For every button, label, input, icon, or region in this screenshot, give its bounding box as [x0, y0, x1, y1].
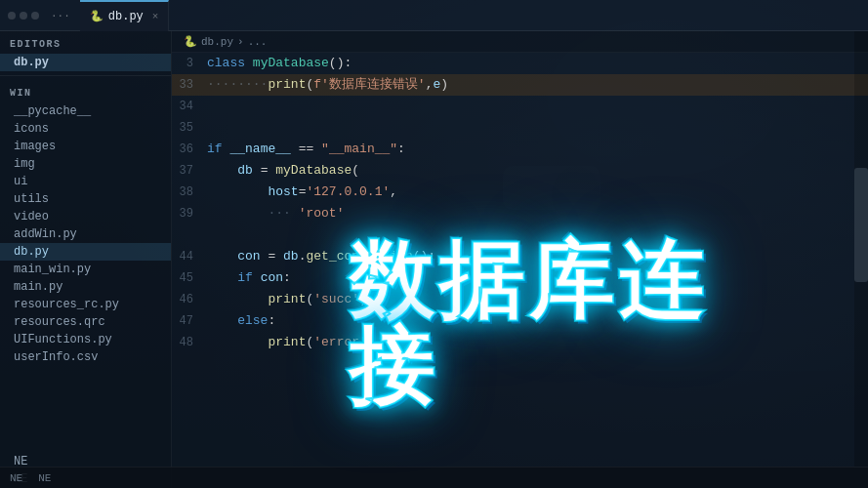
line-num-44: 44 — [172, 246, 207, 267]
line-content-37: db = myDatabase( — [207, 160, 868, 182]
line-num-47: 47 — [172, 310, 207, 332]
sidebar-item-main[interactable]: main.py — [0, 278, 171, 296]
sidebar-item-mainwin[interactable]: main_win.py — [0, 261, 171, 278]
line-content-44: con = db.get_connection(); — [207, 246, 868, 267]
main-area: EDITORS db.py WIN __pycache__ icons imag… — [0, 31, 868, 488]
line-content-45: if con: — [207, 267, 868, 289]
code-area: 3 class myDatabase(): 33 ········print(f… — [172, 53, 868, 353]
code-line-36: 36 if __name__ == "__main__": — [172, 139, 868, 160]
sidebar-item-uifunctions-label: UIFunctions.py — [14, 333, 112, 346]
breadcrumb: 🐍 db.py › ... — [172, 31, 868, 53]
ide-container: ··· 🐍 db.py × EDITORS db.py WIN __pycach… — [0, 0, 868, 488]
line-num-38: 38 — [172, 182, 207, 203]
sidebar-item-resources-qrc[interactable]: resources.qrc — [0, 313, 171, 331]
line-num-46: 46 — [172, 289, 207, 310]
sidebar-item-ui-label: ui — [14, 175, 27, 188]
sidebar-item-uifunctions[interactable]: UIFunctions.py — [0, 331, 171, 348]
sidebar-item-db-py-editor[interactable]: db.py — [0, 54, 171, 71]
line-content-36: if __name__ == "__main__": — [207, 139, 868, 160]
tab-label: db.py — [108, 10, 144, 23]
code-line-46: 46 print('succ') — [172, 289, 868, 310]
code-line-37: 37 db = myDatabase( — [172, 160, 868, 182]
scroll-thumb — [854, 168, 868, 282]
status-item-1: NE — [10, 472, 22, 484]
tab-bar-dots — [8, 12, 39, 20]
status-item-2: NE — [38, 472, 51, 484]
line-num-34: 34 — [172, 96, 207, 117]
line-content-3: class myDatabase(): — [207, 53, 868, 74]
line-num-37: 37 — [172, 160, 207, 182]
line-num-36: 36 — [172, 139, 207, 160]
line-content-35 — [207, 117, 868, 139]
status-bar: NE NE — [0, 467, 868, 488]
code-line-45: 45 if con: — [172, 267, 868, 289]
sidebar-item-utils-label: utils — [14, 192, 49, 206]
line-content-47: else: — [207, 310, 868, 332]
code-line-3: 3 class myDatabase(): — [172, 53, 868, 74]
sidebar-item-pycache-label: __pycache__ — [14, 104, 91, 118]
sidebar-item-video-label: video — [14, 210, 49, 224]
sidebar-item-userinfo-label: userInfo.csv — [14, 350, 98, 364]
sidebar-item-icons[interactable]: icons — [0, 120, 171, 138]
editor-area: 🐍 db.py › ... 3 class myDatabase(): 33 ·… — [172, 31, 868, 488]
tab-bar: ··· 🐍 db.py × — [0, 0, 868, 31]
line-content-48: print('error') — [207, 332, 868, 353]
sidebar-item-images[interactable]: images — [0, 138, 171, 155]
sidebar-divider-1 — [0, 75, 171, 76]
code-line-33: 33 ········print(f'数据库连接错误',e) — [172, 74, 868, 96]
breadcrumb-segment: ... — [248, 36, 268, 48]
sidebar-item-addwin[interactable]: addWin.py — [0, 225, 171, 243]
sidebar-item-addwin-label: addWin.py — [14, 227, 77, 241]
line-num-39: 39 — [172, 203, 207, 224]
breadcrumb-sep: › — [237, 36, 244, 48]
editors-label: EDITORS — [0, 31, 171, 54]
line-content-46: print('succ') — [207, 289, 868, 310]
line-content-33: ········print(f'数据库连接错误',e) — [207, 74, 868, 96]
sidebar-item-db-py-label: db.py — [14, 245, 49, 259]
sidebar-item-db-py[interactable]: db.py — [0, 243, 171, 261]
sidebar: EDITORS db.py WIN __pycache__ icons imag… — [0, 31, 172, 488]
line-num-3: 3 — [172, 53, 207, 74]
code-line-34: 34 — [172, 96, 868, 117]
line-content-34 — [207, 96, 868, 117]
dot-1 — [8, 12, 16, 20]
code-line-39: 39 ··· 'root' — [172, 203, 868, 224]
breadcrumb-python-icon: 🐍 — [184, 35, 197, 48]
line-num-48: 48 — [172, 332, 207, 353]
editor-scrollbar[interactable] — [854, 31, 868, 488]
code-line-35: 35 — [172, 117, 868, 139]
sidebar-item-pycache[interactable]: __pycache__ — [0, 102, 171, 120]
win-label: WIN — [0, 80, 171, 102]
code-gap — [172, 224, 868, 246]
sidebar-item-img-label: img — [14, 157, 35, 171]
sidebar-item-resources-rc[interactable]: resources_rc.py — [0, 296, 171, 313]
tab-ellipsis: ··· — [51, 10, 70, 21]
sidebar-item-mainwin-label: main_win.py — [14, 263, 91, 276]
line-num-45: 45 — [172, 267, 207, 289]
breadcrumb-file: db.py — [201, 36, 233, 48]
dot-3 — [31, 12, 39, 20]
sidebar-item-icons-label: icons — [14, 122, 49, 136]
sidebar-item-db-py-editor-label: db.py — [14, 56, 49, 69]
sidebar-item-ui[interactable]: ui — [0, 173, 171, 190]
line-num-33: 33 — [172, 74, 207, 96]
code-line-48: 48 print('error') — [172, 332, 868, 353]
dot-2 — [20, 12, 27, 20]
sidebar-item-images-label: images — [14, 140, 56, 153]
sidebar-item-main-label: main.py — [14, 280, 62, 294]
sidebar-item-img[interactable]: img — [0, 155, 171, 173]
tab-python-icon: 🐍 — [90, 10, 103, 22]
tab-close-icon[interactable]: × — [152, 11, 159, 22]
code-line-47: 47 else: — [172, 310, 868, 332]
sidebar-item-resources-qrc-label: resources.qrc — [14, 315, 105, 329]
code-line-44: 44 con = db.get_connection(); — [172, 246, 868, 267]
line-content-38: host='127.0.0.1', — [207, 182, 868, 203]
tab-db-py[interactable]: 🐍 db.py × — [80, 0, 170, 31]
sidebar-item-resources-rc-label: resources_rc.py — [14, 298, 119, 311]
code-line-38: 38 host='127.0.0.1', — [172, 182, 868, 203]
sidebar-item-video[interactable]: video — [0, 208, 171, 225]
line-content-39: ··· 'root' — [207, 203, 868, 224]
line-num-35: 35 — [172, 117, 207, 139]
sidebar-item-utils[interactable]: utils — [0, 190, 171, 208]
sidebar-item-userinfo[interactable]: userInfo.csv — [0, 348, 171, 366]
